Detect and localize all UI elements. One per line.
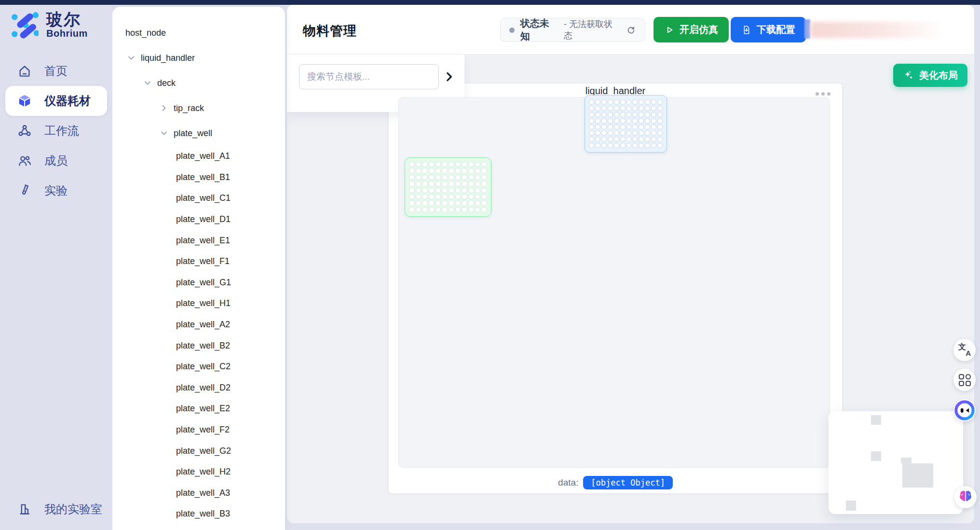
well [639, 99, 644, 105]
sidebar-nav: 首页 仪器耗材 工作流 [0, 56, 112, 206]
well [416, 188, 422, 193]
well [626, 130, 632, 136]
chevron-down-icon[interactable] [126, 53, 136, 63]
well [620, 125, 626, 130]
well [639, 130, 644, 136]
translate-button[interactable]: 文A [953, 339, 976, 361]
well [632, 112, 638, 117]
tree-item-plate_well_B3[interactable]: plate_well_B3 [112, 503, 285, 525]
robot-face-icon [953, 399, 976, 421]
tree-item-deck[interactable]: deck [112, 70, 285, 96]
node-menu-icon[interactable] [816, 92, 830, 96]
tip-rack-plate[interactable] [585, 95, 667, 153]
brain-icon [957, 489, 974, 505]
well [589, 130, 594, 136]
well [614, 99, 619, 105]
tree-item-label: plate_well_G1 [176, 278, 231, 288]
chevron-down-icon[interactable] [159, 128, 169, 138]
well [422, 162, 428, 167]
minimap[interactable] [829, 411, 963, 514]
tree-item-plate_well_E1[interactable]: plate_well_E1 [112, 230, 285, 251]
well [657, 143, 663, 148]
well [462, 168, 467, 173]
tree-item-host_node[interactable]: host_node [112, 20, 285, 45]
sidebar-item-home[interactable]: 首页 [0, 56, 112, 86]
chevron-down-icon[interactable] [143, 78, 152, 88]
chevron-right-icon[interactable] [443, 70, 455, 83]
well [589, 125, 594, 130]
chevron-right-icon[interactable] [159, 103, 169, 113]
well [462, 207, 467, 212]
tree-item-plate_well_C1[interactable]: plate_well_C1 [112, 188, 285, 209]
well [620, 130, 626, 136]
well [657, 125, 663, 130]
tree-item-plate_well_A1[interactable]: plate_well_A1 [112, 146, 285, 167]
tree-item-plate_well_B1[interactable]: plate_well_B1 [112, 167, 285, 188]
well [620, 99, 626, 105]
sidebar-item-members[interactable]: 成员 [0, 146, 112, 176]
tree-item-plate_well_D2[interactable]: plate_well_D2 [112, 377, 285, 399]
well [589, 143, 594, 148]
refresh-icon[interactable] [626, 25, 636, 35]
tree-item-label: plate_well_B2 [176, 341, 230, 351]
well [442, 175, 448, 180]
tree-item-plate_well_B2[interactable]: plate_well_B2 [112, 335, 285, 356]
well [455, 162, 461, 167]
well [455, 168, 461, 173]
tree-item-label: plate_well_A2 [176, 320, 230, 330]
minimap-node-rect [871, 451, 881, 461]
download-config-button[interactable]: 下载配置 [731, 17, 806, 42]
sidebar-item-label: 实验 [44, 183, 68, 198]
well [614, 130, 619, 136]
well [626, 106, 632, 111]
tree-item-plate_well[interactable]: plate_well [112, 121, 285, 146]
plate-well-plate[interactable] [405, 157, 491, 217]
well [468, 168, 474, 173]
brand-logo[interactable]: 玻尔 Bohrium [11, 11, 107, 42]
assistant-robot-button[interactable] [953, 399, 976, 421]
well [639, 137, 644, 142]
beautify-layout-button[interactable]: 美化布局 [893, 64, 967, 87]
well [449, 188, 454, 193]
well [475, 162, 481, 167]
well [422, 188, 428, 193]
brand-name-en: Bohrium [46, 28, 88, 39]
sidebar-item-label: 首页 [44, 63, 68, 79]
tree-item-tip_rack[interactable]: tip_rack [112, 96, 285, 121]
sidebar-item-workflow[interactable]: 工作流 [0, 116, 112, 146]
tree-item-plate_well_F2[interactable]: plate_well_F2 [112, 419, 285, 441]
start-simulation-button[interactable]: 开启仿真 [653, 17, 729, 42]
well [620, 106, 626, 111]
well [449, 207, 454, 212]
tree-item-plate_well_H1[interactable]: plate_well_H1 [112, 293, 285, 314]
well [595, 130, 600, 136]
well [442, 188, 448, 193]
well [442, 168, 448, 173]
tree-item-plate_well_F1[interactable]: plate_well_F1 [112, 251, 285, 272]
tree-item-plate_well_G2[interactable]: plate_well_G2 [112, 440, 285, 461]
deck-area [398, 97, 830, 468]
cube-icon [17, 94, 32, 108]
tree-item-plate_well_A3[interactable]: plate_well_A3 [112, 483, 285, 504]
tree-item-plate_well_H2[interactable]: plate_well_H2 [112, 461, 285, 483]
tree-item-plate_well_E2[interactable]: plate_well_E2 [112, 398, 285, 419]
well [409, 168, 415, 173]
tree-item-plate_well_A2[interactable]: plate_well_A2 [112, 314, 285, 335]
tree-item-liquid_handler[interactable]: liquid_handler [112, 45, 285, 70]
tree-item-plate_well_G1[interactable]: plate_well_G1 [112, 272, 285, 293]
sidebar-item-instruments[interactable]: 仪器耗材 [5, 86, 107, 116]
page-header: 物料管理 状态未知 - 无法获取状态 开启仿真 [287, 5, 974, 55]
ai-brain-button[interactable] [954, 486, 977, 508]
tree-item-label: plate_well_C2 [176, 362, 231, 372]
well [657, 130, 663, 136]
apps-grid-button[interactable] [953, 369, 976, 391]
tree-item-plate_well_C2[interactable]: plate_well_C2 [112, 356, 285, 377]
well [449, 200, 454, 206]
sidebar-item-experiments[interactable]: 实验 [0, 176, 112, 206]
well [416, 181, 422, 186]
tree-item-plate_well_D1[interactable]: plate_well_D1 [112, 209, 285, 230]
liquid-handler-node[interactable]: liquid_handler data: [object Object] [388, 83, 843, 494]
well [645, 118, 650, 124]
well [651, 118, 656, 124]
sidebar-item-my-lab[interactable]: 我的实验室 [0, 494, 112, 524]
